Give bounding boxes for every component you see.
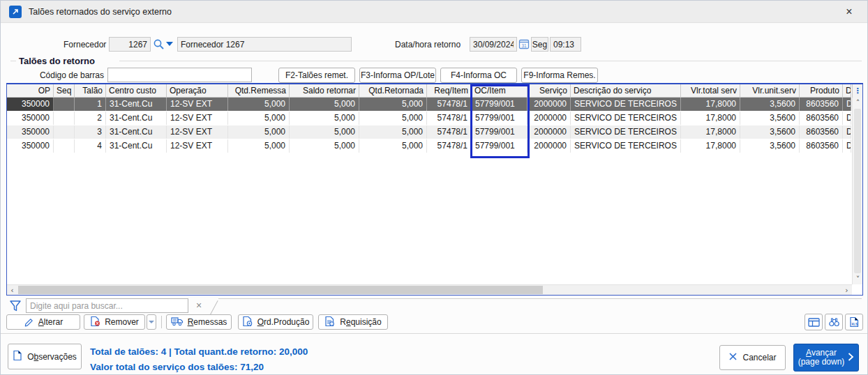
grid-cell[interactable]: 12-SV EXT [167, 139, 228, 153]
grid-cell[interactable] [54, 125, 75, 139]
return-time-field[interactable] [550, 37, 581, 52]
grid-cell[interactable]: 8603560 [800, 125, 843, 139]
supplier-name-field[interactable] [177, 37, 352, 52]
grid-layout-icon[interactable] [805, 314, 823, 330]
grid-cell[interactable]: 2 [75, 112, 106, 125]
column-header-saldo-retornar[interactable]: Saldo retornar [290, 84, 359, 98]
remessas-button[interactable]: Remessas [166, 314, 232, 330]
grid-cell[interactable]: SERVICO DE TERCEIROS [571, 125, 681, 139]
ord-producao-button[interactable]: Ord.Produção [238, 314, 313, 330]
grid-cell[interactable]: 57478/1 [427, 112, 472, 125]
observacoes-button[interactable]: Observações [8, 344, 82, 369]
grid-cell[interactable]: 350000 [7, 98, 54, 111]
grid-cell[interactable]: 17,8000 [681, 139, 740, 153]
grid-cell[interactable]: 17,8000 [681, 98, 740, 111]
search-input[interactable] [26, 298, 188, 313]
grid-cell[interactable]: 3,5600 [740, 98, 800, 111]
scroll-down-icon[interactable]: ˅ [853, 274, 863, 284]
f9-informa-remes-button[interactable]: F9-Informa Remes. [521, 68, 598, 83]
grid-cell[interactable]: 3,5600 [740, 139, 800, 153]
grid-cell[interactable] [54, 139, 75, 153]
grid-cell[interactable]: 57799/001 [472, 98, 527, 111]
grid-cell[interactable]: 5,000 [228, 112, 290, 125]
grid-cell[interactable] [54, 112, 75, 125]
grid-cell[interactable]: 57478/1 [427, 125, 472, 139]
grid-cell[interactable]: 5,000 [228, 139, 290, 153]
grid-cell[interactable]: 5,000 [359, 125, 427, 139]
column-header-descri-o-do-servi-o[interactable]: Descrição do serviço [571, 84, 681, 98]
remover-button[interactable]: Remover [84, 314, 145, 330]
column-header-op[interactable]: OP [7, 84, 54, 98]
vertical-scrollbar[interactable]: ˄ ˅ [852, 98, 862, 284]
table-row[interactable]: 350000431-Cent.Cu12-SV EXT5,0005,0005,00… [7, 139, 851, 153]
column-header-seq[interactable]: Seq [54, 84, 75, 98]
grid-cell[interactable] [54, 98, 75, 111]
column-header-centro-custo[interactable]: Centro custo [106, 84, 167, 98]
grid-cell[interactable]: D [843, 125, 851, 139]
grid-cell[interactable]: 5,000 [359, 139, 427, 153]
column-header-produto[interactable]: Produto [800, 84, 843, 98]
column-header-opera-o[interactable]: Operação [167, 84, 228, 98]
grid-cell[interactable]: 17,8000 [681, 125, 740, 139]
f2-taloes-remet-button[interactable]: F2-Talões remet. [278, 68, 355, 83]
grid-cell[interactable]: 12-SV EXT [167, 125, 228, 139]
column-options-icon[interactable]: ⋮ [852, 84, 862, 98]
grid-cell[interactable]: 8603560 [800, 139, 843, 153]
calendar-icon[interactable]: 31 [518, 38, 530, 49]
grid-cell[interactable]: 5,000 [290, 112, 359, 125]
table-row[interactable]: 350000331-Cent.Cu12-SV EXT5,0005,0005,00… [7, 125, 851, 139]
scroll-up-icon[interactable]: ˄ [853, 98, 863, 108]
grid-cell[interactable]: 5,000 [290, 139, 359, 153]
column-header-qtd-retornada[interactable]: Qtd.Retornada [359, 84, 427, 98]
column-header-vlr-total-serv[interactable]: Vlr.total serv [681, 84, 740, 98]
grid-cell[interactable]: 31-Cent.Cu [106, 139, 167, 153]
grid-cell[interactable]: 5,000 [228, 98, 290, 111]
grid-cell[interactable]: 12-SV EXT [167, 98, 228, 111]
grid-cell[interactable]: 2000000 [527, 139, 571, 153]
alterar-button[interactable]: Alterar [6, 314, 80, 330]
supplier-code-field[interactable] [109, 37, 151, 52]
horizontal-scroll-thumb[interactable] [18, 286, 543, 294]
grid-cell[interactable]: SERVICO DE TERCEIROS [571, 112, 681, 125]
remover-dropdown-icon[interactable] [147, 314, 156, 330]
grid-cell[interactable]: 57799/001 [472, 139, 527, 153]
grid-cell[interactable]: 57799/001 [472, 112, 527, 125]
column-header-oc-item[interactable]: OC/Item [472, 84, 527, 98]
grid-cell[interactable]: 350000 [7, 112, 54, 125]
export-xls-icon[interactable]: XLS [845, 314, 863, 330]
grid-cell[interactable]: 5,000 [359, 98, 427, 111]
grid-cell[interactable]: D [843, 112, 851, 125]
grid-cell[interactable]: 5,000 [359, 112, 427, 125]
grid-cell[interactable]: D [843, 98, 851, 111]
scroll-right-icon[interactable]: › [841, 285, 852, 295]
grid-cell[interactable]: 2000000 [527, 98, 571, 111]
f3-informa-op-lote-button[interactable]: F3-Informa OP/Lote [359, 68, 436, 83]
grid-cell[interactable]: SERVICO DE TERCEIROS [571, 98, 681, 111]
binoculars-icon[interactable] [825, 314, 843, 330]
grid-cell[interactable]: 31-Cent.Cu [106, 125, 167, 139]
grid-cell[interactable]: 2000000 [527, 112, 571, 125]
clear-filter-icon[interactable]: × [193, 299, 204, 312]
table-row[interactable]: 350000131-Cent.Cu12-SV EXT5,0005,0005,00… [7, 98, 851, 112]
grid-cell[interactable]: 5,000 [290, 125, 359, 139]
grid-cell[interactable]: 1 [75, 98, 106, 111]
grid-cell[interactable]: 57799/001 [472, 125, 527, 139]
table-row[interactable]: 350000231-Cent.Cu12-SV EXT5,0005,0005,00… [7, 112, 851, 125]
grid-cell[interactable]: 350000 [7, 125, 54, 139]
grid-cell[interactable]: 2000000 [527, 125, 571, 139]
column-header-d[interactable]: D [843, 84, 851, 98]
close-icon[interactable]: × [841, 4, 858, 20]
column-header-req-item[interactable]: Req/Item [427, 84, 472, 98]
return-date-field[interactable] [470, 37, 517, 52]
grid-cell[interactable]: 17,8000 [681, 112, 740, 125]
grid-cell[interactable]: 31-Cent.Cu [106, 98, 167, 111]
search-icon[interactable] [153, 38, 165, 50]
column-header-qtd-remessa[interactable]: Qtd.Remessa [228, 84, 290, 98]
scroll-left-icon[interactable]: ‹ [7, 285, 17, 295]
supplier-dropdown-icon[interactable] [166, 42, 173, 46]
barcode-input[interactable] [107, 68, 252, 82]
grid-cell[interactable]: 12-SV EXT [167, 112, 228, 125]
requisicao-button[interactable]: Requisição [318, 314, 388, 330]
grid-cell[interactable]: 3,5600 [740, 125, 800, 139]
grid-cell[interactable]: 57478/1 [427, 139, 472, 153]
